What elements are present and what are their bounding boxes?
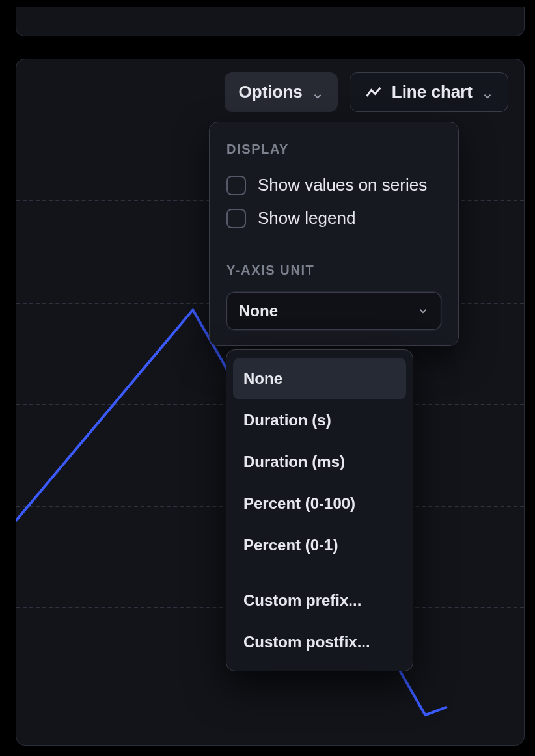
yaxis-unit-listbox: None Duration (s) Duration (ms) Percent …: [226, 349, 413, 671]
checkbox-unchecked[interactable]: [226, 176, 246, 195]
chevron-down-icon: [482, 87, 493, 98]
divider: [237, 573, 402, 573]
list-item[interactable]: None: [233, 358, 406, 399]
show-values-checkbox-row[interactable]: Show values on series: [210, 169, 458, 202]
list-item[interactable]: Duration (ms): [233, 441, 406, 483]
chart-panel: Options Line chart DISPLAY Show value: [16, 59, 525, 746]
chart-toolbar: Options Line chart: [225, 72, 508, 112]
show-legend-label: Show legend: [258, 208, 355, 228]
options-popover: DISPLAY Show values on series Show legen…: [209, 122, 459, 346]
show-values-label: Show values on series: [258, 175, 427, 195]
options-button[interactable]: Options: [225, 72, 338, 112]
line-chart-icon: [364, 83, 383, 101]
yaxis-section-header: Y-AXIS UNIT: [210, 259, 458, 290]
chevron-down-icon: [312, 87, 323, 98]
divider: [226, 247, 441, 247]
display-section-header: DISPLAY: [210, 138, 458, 169]
list-item[interactable]: Custom postfix...: [233, 621, 406, 663]
yaxis-unit-selected-label: None: [239, 302, 278, 320]
chevron-down-icon: [417, 305, 429, 317]
options-button-label: Options: [239, 82, 303, 102]
list-item[interactable]: Duration (s): [233, 399, 406, 441]
chart-type-label: Line chart: [392, 82, 473, 102]
upper-panel-fragment: [16, 7, 525, 36]
checkbox-unchecked[interactable]: [226, 209, 246, 228]
list-item[interactable]: Percent (0-1): [233, 524, 406, 566]
chart-type-button[interactable]: Line chart: [350, 72, 508, 112]
list-item[interactable]: Percent (0-100): [233, 483, 406, 524]
yaxis-unit-select[interactable]: None: [226, 292, 441, 330]
list-item[interactable]: Custom prefix...: [233, 580, 406, 621]
show-legend-checkbox-row[interactable]: Show legend: [210, 202, 458, 235]
